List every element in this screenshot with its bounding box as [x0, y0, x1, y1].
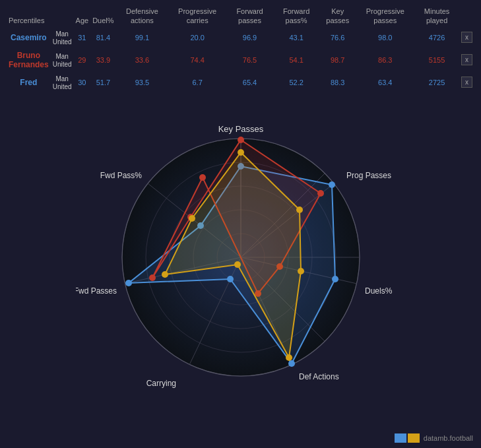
radar-chart: Key Passes Prog Passes Duels% Def Action…	[76, 102, 406, 406]
col-key-passes: Key passes	[319, 5, 356, 27]
col-age: Age	[74, 5, 91, 27]
col-percentiles: Percentiles	[7, 5, 74, 27]
col-minutes: Minutes played	[414, 5, 459, 27]
label-def-actions: Def Actions	[299, 372, 339, 381]
label-key-passes: Key Passes	[218, 124, 263, 134]
prog-carry-casemiro: 20.0	[168, 27, 226, 48]
def-casemiro: 99.1	[116, 27, 169, 48]
fred-dot	[298, 268, 304, 274]
col-prog-passes: Progressive passes	[356, 5, 414, 27]
fred-dot	[238, 149, 244, 156]
prog-pass-fred: 63.4	[356, 72, 414, 93]
bruno-dot	[317, 190, 324, 197]
col-duel: Duel%	[90, 5, 115, 27]
remove-fred-button[interactable]: x	[461, 77, 472, 88]
team-bruno: ManUnited	[51, 48, 74, 72]
label-fwd-passes: Fwd Passes	[76, 286, 117, 296]
fred-dot	[296, 207, 303, 213]
fwd-pass-casemiro: 96.9	[226, 27, 273, 48]
col-def-actions: Defensive actions	[116, 5, 169, 27]
prog-carry-fred: 6.7	[168, 72, 226, 93]
prog-pass-bruno: 86.3	[356, 48, 414, 72]
bruno-dot	[238, 137, 244, 143]
team-casemiro: ManUnited	[51, 27, 74, 48]
remove-bruno-button[interactable]: x	[461, 54, 472, 65]
casemiro-dot	[227, 276, 234, 282]
minutes-fred: 2725	[414, 72, 459, 93]
player-name-casemiro: Casemiro	[7, 27, 51, 48]
minutes-casemiro: 4726	[414, 27, 459, 48]
casemiro-dot	[329, 181, 335, 188]
legend-fred	[408, 433, 420, 443]
label-carrying: Carrying	[146, 379, 176, 388]
col-remove	[459, 5, 474, 27]
legend-casemiro	[395, 433, 406, 443]
label-duels: Duels%	[365, 286, 393, 296]
bruno-dot	[149, 274, 156, 281]
fwd-pct-casemiro: 43.1	[273, 27, 319, 48]
age-fred: 30	[74, 72, 91, 93]
prog-pass-casemiro: 98.0	[356, 27, 414, 48]
fred-dot	[286, 354, 292, 361]
def-fred: 93.5	[116, 72, 169, 93]
duel-fred: 51.7	[90, 72, 115, 93]
bruno-dot	[199, 174, 206, 181]
duel-casemiro: 81.4	[90, 27, 115, 48]
duel-bruno: 33.9	[90, 48, 115, 72]
key-pass-fred: 88.3	[319, 72, 356, 93]
radar-chart-section: Key Passes Prog Passes Duels% Def Action…	[0, 96, 481, 412]
team-fred: ManUnited	[51, 72, 74, 93]
prog-carry-bruno: 74.4	[168, 48, 226, 72]
def-bruno: 33.6	[116, 48, 169, 72]
fwd-pct-bruno: 54.1	[273, 48, 319, 72]
table-row: Fred ManUnited 30 51.7 93.5 6.7 65.4 52.…	[7, 72, 474, 93]
age-casemiro: 31	[74, 27, 91, 48]
remove-casemiro-button[interactable]: x	[461, 32, 472, 43]
player-name-fred: Fred	[7, 72, 51, 93]
branding-text: datamb.football	[424, 434, 473, 442]
fwd-pass-fred: 65.4	[226, 72, 273, 93]
casemiro-dot	[125, 280, 132, 286]
fred-dot	[189, 215, 195, 222]
stats-table-container: Percentiles Age Duel% Defensive actions …	[0, 0, 481, 96]
col-fwd-pct: Forward pass%	[273, 5, 319, 27]
table-row: BrunoFernandes ManUnited 29 33.9 33.6 74…	[7, 48, 474, 72]
legend	[395, 433, 420, 443]
fwd-pct-fred: 52.2	[273, 72, 319, 93]
label-fwd-pass-pct: Fwd Pass%	[100, 171, 142, 180]
casemiro-dot	[332, 276, 338, 282]
casemiro-dot	[288, 360, 295, 367]
minutes-bruno: 5155	[414, 48, 459, 72]
footer: datamb.football	[395, 433, 473, 443]
fred-dot	[234, 261, 241, 268]
age-bruno: 29	[74, 48, 91, 72]
key-pass-casemiro: 76.6	[319, 27, 356, 48]
fwd-pass-bruno: 76.5	[226, 48, 273, 72]
col-fwd-passes: Forward passes	[226, 5, 273, 27]
label-prog-passes: Prog Passes	[346, 171, 391, 180]
fred-dot	[162, 271, 168, 278]
stats-table: Percentiles Age Duel% Defensive actions …	[7, 5, 474, 93]
col-prog-carries: Progressive carries	[168, 5, 226, 27]
table-row: Casemiro ManUnited 31 81.4 99.1 20.0 96.…	[7, 27, 474, 48]
player-name-bruno: BrunoFernandes	[7, 48, 51, 72]
key-pass-bruno: 98.7	[319, 48, 356, 72]
